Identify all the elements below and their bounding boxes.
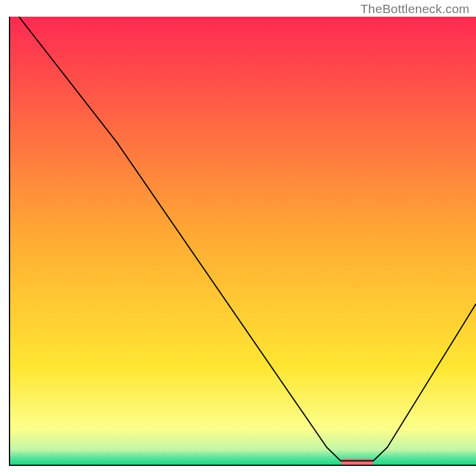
gradient-background [10,17,476,465]
optimal-marker [341,459,374,466]
watermark-text: TheBottleneck.com [361,2,469,16]
bottleneck-chart [0,0,476,476]
chart-container: TheBottleneck.com [0,0,476,476]
